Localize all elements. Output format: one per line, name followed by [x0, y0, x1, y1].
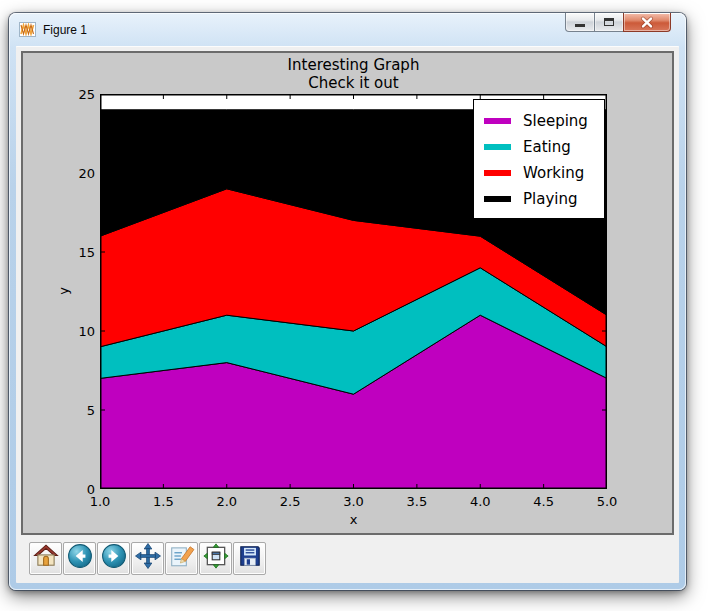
y-tick-label: 15	[57, 245, 95, 260]
pan-icon	[135, 543, 161, 573]
legend-label: Working	[523, 164, 584, 182]
configure-subplots-icon	[203, 543, 229, 573]
save-button[interactable]	[233, 542, 266, 575]
navigation-toolbar	[21, 535, 674, 577]
maximize-button[interactable]	[595, 13, 623, 32]
minimize-button[interactable]	[565, 13, 595, 32]
x-tick-label: 2.5	[280, 494, 301, 509]
y-tick-label: 5	[57, 403, 95, 418]
x-tick-label: 4.0	[470, 494, 491, 509]
figure-canvas[interactable]: Interesting Graph Check it out x y Sleep…	[21, 51, 674, 535]
client-area: Interesting Graph Check it out x y Sleep…	[16, 46, 679, 583]
zoom-to-rect-button[interactable]	[165, 542, 198, 575]
window-controls	[565, 13, 671, 32]
legend-item: Eating	[484, 134, 598, 160]
chart-title: Interesting Graph	[100, 56, 607, 74]
x-tick-label: 3.5	[407, 494, 428, 509]
configure-subplots-button[interactable]	[199, 542, 232, 575]
legend: SleepingEatingWorkingPlaying	[473, 99, 605, 219]
legend-swatch	[484, 118, 511, 124]
legend-label: Eating	[523, 138, 571, 156]
home-button[interactable]	[29, 542, 62, 575]
forward-icon	[101, 543, 127, 573]
figure-window: Figure 1 Interesting Graph Check it out …	[9, 13, 686, 590]
zoom-to-rect-icon	[169, 543, 195, 573]
legend-label: Playing	[523, 190, 577, 208]
close-icon	[639, 16, 655, 29]
y-tick-label: 25	[57, 87, 95, 102]
x-tick-label: 3.0	[343, 494, 364, 509]
pan-button[interactable]	[131, 542, 164, 575]
legend-label: Sleeping	[523, 112, 588, 130]
back-icon	[67, 543, 93, 573]
minimize-icon	[575, 24, 585, 27]
y-tick-label: 0	[57, 482, 95, 497]
y-tick-label: 20	[57, 166, 95, 181]
legend-swatch	[484, 144, 511, 150]
x-tick-label: 2.0	[216, 494, 237, 509]
x-tick-label: 4.5	[533, 494, 554, 509]
titlebar[interactable]: Figure 1	[16, 13, 679, 46]
x-tick-label: 1.5	[153, 494, 174, 509]
legend-swatch	[484, 196, 511, 202]
home-icon	[33, 543, 59, 573]
y-axis-label: y	[56, 287, 71, 295]
legend-item: Working	[484, 160, 598, 186]
matplotlib-app-icon	[19, 22, 36, 37]
legend-swatch	[484, 170, 511, 176]
window-title: Figure 1	[43, 23, 87, 37]
x-axis-label: x	[100, 512, 607, 527]
legend-item: Playing	[484, 186, 598, 212]
save-icon	[237, 543, 263, 573]
legend-item: Sleeping	[484, 108, 598, 134]
back-button[interactable]	[63, 542, 96, 575]
forward-button[interactable]	[97, 542, 130, 575]
close-button[interactable]	[623, 13, 671, 32]
chart-subtitle: Check it out	[100, 74, 607, 92]
y-tick-label: 10	[57, 324, 95, 339]
maximize-icon	[604, 18, 614, 26]
x-tick-label: 5.0	[597, 494, 618, 509]
